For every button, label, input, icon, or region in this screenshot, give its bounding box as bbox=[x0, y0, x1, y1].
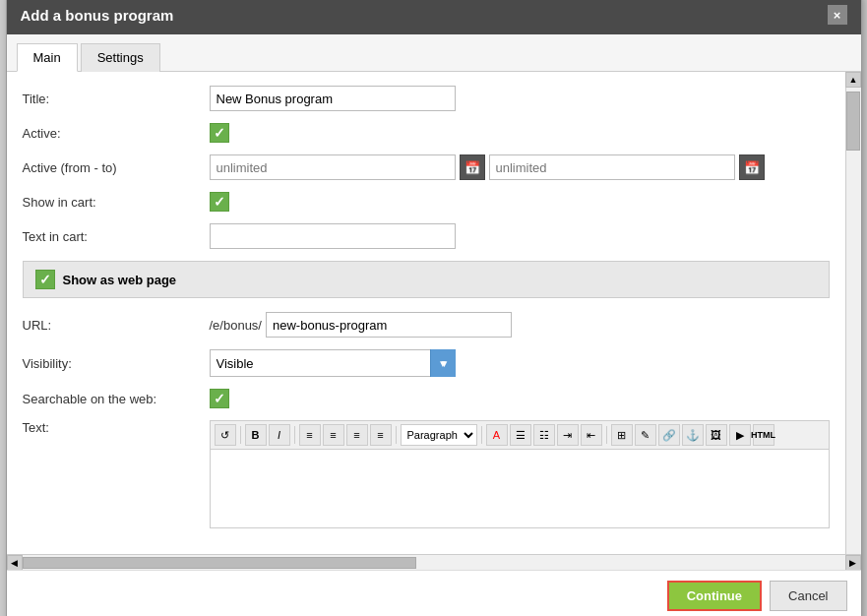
horiz-scrollbar-thumb[interactable] bbox=[23, 557, 416, 569]
active-to-input[interactable] bbox=[489, 154, 735, 180]
edit-button[interactable]: ✎ bbox=[635, 424, 656, 446]
url-field: /e/bonus/ bbox=[210, 312, 830, 338]
title-label: Title: bbox=[23, 92, 210, 106]
scroll-right-button[interactable]: ▶ bbox=[845, 555, 861, 571]
calendar-to-button[interactable]: 📅 bbox=[739, 154, 765, 180]
show-in-cart-checkbox[interactable] bbox=[210, 192, 229, 212]
font-color-button[interactable]: A bbox=[486, 424, 508, 446]
active-from-input[interactable] bbox=[210, 154, 456, 180]
text-editor-field: ↺ B I ≡ ≡ ≡ ≡ Paragraph bbox=[210, 420, 830, 528]
separator-5 bbox=[606, 426, 607, 444]
show-in-cart-row: Show in cart: bbox=[23, 192, 830, 212]
text-editor-row: Text: ↺ B I ≡ ≡ ≡ ≡ bbox=[23, 420, 830, 528]
table-button[interactable]: ⊞ bbox=[611, 424, 633, 446]
title-input[interactable] bbox=[210, 86, 456, 111]
close-button[interactable]: × bbox=[828, 5, 847, 25]
dialog-footer: Continue Cancel bbox=[7, 570, 861, 616]
scroll-thumb[interactable] bbox=[846, 92, 860, 151]
dialog-body: Main Settings Title: Active: bbox=[7, 34, 861, 570]
image-button[interactable]: 🖼 bbox=[706, 424, 727, 446]
show-as-webpage-label: Show as web page bbox=[63, 273, 177, 287]
dialog-header: Add a bonus program × bbox=[7, 0, 861, 34]
active-row: Active: bbox=[23, 123, 830, 143]
text-editor-area[interactable] bbox=[210, 450, 830, 528]
align-center-button[interactable]: ≡ bbox=[323, 424, 344, 446]
indent-button[interactable]: ⇥ bbox=[557, 424, 579, 446]
text-in-cart-label: Text in cart: bbox=[23, 229, 210, 244]
main-content: Title: Active: Active (from - to) bbox=[7, 72, 845, 554]
active-label: Active: bbox=[23, 126, 210, 141]
visibility-select[interactable]: Visible Hidden bbox=[210, 349, 456, 377]
horizontal-scrollbar: ◀ ▶ bbox=[7, 554, 861, 570]
text-in-cart-field bbox=[210, 223, 830, 249]
scroll-up-button[interactable]: ▲ bbox=[845, 72, 861, 88]
visibility-field: Visible Hidden ▼ bbox=[210, 349, 830, 377]
align-left-button[interactable]: ≡ bbox=[299, 424, 321, 446]
outdent-button[interactable]: ⇤ bbox=[581, 424, 602, 446]
dialog-title: Add a bonus program bbox=[21, 7, 174, 24]
separator-2 bbox=[294, 426, 295, 444]
html-button[interactable]: HTML bbox=[753, 424, 774, 446]
date-fields: 📅 📅 bbox=[210, 154, 830, 180]
select-arrow-icon: ▼ bbox=[430, 349, 456, 377]
align-justify-button[interactable]: ≡ bbox=[370, 424, 392, 446]
undo-button[interactable]: ↺ bbox=[215, 424, 236, 446]
visibility-select-wrapper: Visible Hidden ▼ bbox=[210, 349, 456, 377]
active-from-to-row: Active (from - to) 📅 📅 bbox=[23, 154, 830, 180]
text-label: Text: bbox=[23, 420, 210, 435]
active-checkbox[interactable] bbox=[210, 123, 229, 143]
text-in-cart-input[interactable] bbox=[210, 223, 456, 249]
cancel-button[interactable]: Cancel bbox=[770, 581, 846, 611]
scroll-left-button[interactable]: ◀ bbox=[7, 555, 23, 571]
calendar-from-button[interactable]: 📅 bbox=[460, 154, 485, 180]
content-area: Title: Active: Active (from - to) bbox=[7, 72, 861, 554]
tabs-bar: Main Settings bbox=[7, 34, 861, 72]
show-as-webpage-checkbox[interactable] bbox=[35, 270, 55, 289]
italic-button[interactable]: I bbox=[269, 424, 290, 446]
visibility-row: Visibility: Visible Hidden ▼ bbox=[23, 349, 830, 377]
searchable-label: Searchable on the web: bbox=[23, 392, 210, 406]
searchable-checkbox[interactable] bbox=[210, 389, 229, 408]
horiz-scrollbar-track bbox=[23, 555, 845, 571]
active-field bbox=[210, 123, 830, 143]
separator-3 bbox=[396, 426, 397, 444]
link-button[interactable]: 🔗 bbox=[658, 424, 680, 446]
vertical-scrollbar: ▲ bbox=[845, 72, 861, 554]
show-in-cart-field bbox=[210, 192, 830, 212]
searchable-field bbox=[210, 389, 830, 408]
show-in-cart-label: Show in cart: bbox=[23, 195, 210, 210]
video-button[interactable]: ▶ bbox=[729, 424, 751, 446]
continue-button[interactable]: Continue bbox=[667, 581, 762, 611]
show-as-webpage-section: Show as web page bbox=[23, 261, 830, 298]
url-prefix: /e/bonus/ bbox=[210, 318, 263, 333]
bold-button[interactable]: B bbox=[245, 424, 267, 446]
paragraph-select[interactable]: Paragraph Heading 1 Heading 2 bbox=[401, 424, 477, 446]
tab-settings[interactable]: Settings bbox=[81, 43, 160, 72]
active-from-to-label: Active (from - to) bbox=[23, 160, 210, 175]
anchor-button[interactable]: ⚓ bbox=[682, 424, 704, 446]
dialog: Add a bonus program × Main Settings Titl… bbox=[6, 0, 862, 616]
separator-1 bbox=[240, 426, 241, 444]
title-field bbox=[210, 86, 830, 111]
visibility-label: Visibility: bbox=[23, 356, 210, 371]
separator-4 bbox=[481, 426, 482, 444]
tab-main[interactable]: Main bbox=[17, 43, 78, 72]
editor-toolbar: ↺ B I ≡ ≡ ≡ ≡ Paragraph bbox=[210, 420, 830, 450]
title-row: Title: bbox=[23, 86, 830, 111]
url-row: URL: /e/bonus/ bbox=[23, 312, 830, 338]
align-right-button[interactable]: ≡ bbox=[346, 424, 368, 446]
bullet-list-button[interactable]: ☰ bbox=[510, 424, 531, 446]
url-label: URL: bbox=[23, 318, 210, 333]
searchable-row: Searchable on the web: bbox=[23, 389, 830, 408]
url-input[interactable] bbox=[266, 312, 512, 338]
num-list-button[interactable]: ☷ bbox=[533, 424, 555, 446]
text-in-cart-row: Text in cart: bbox=[23, 223, 830, 249]
